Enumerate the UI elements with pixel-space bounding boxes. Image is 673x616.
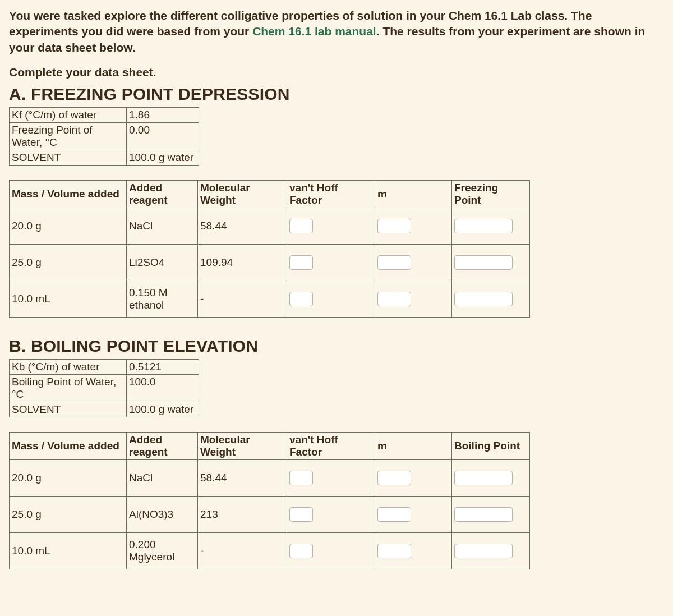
table-row: 20.0 g NaCl 58.44 [10,460,530,497]
col-result: Freezing Point [452,181,530,208]
section-b-title: B. BOILING POINT ELEVATION [9,337,664,356]
m-input[interactable] [377,544,411,558]
vhf-input[interactable] [289,255,313,270]
m-input[interactable] [377,219,411,233]
table-row: 25.0 g Li2SO4 109.94 [10,245,530,281]
lab-manual-link[interactable]: Chem 16.1 lab manual [252,25,376,38]
bp-water-value: 100.0 [127,375,199,402]
cell-mw: 213 [198,497,287,533]
result-input[interactable] [454,544,513,558]
cell-mw: 109.94 [198,245,287,281]
col-m: m [375,433,452,460]
col-mass: Mass / Volume added [10,181,127,208]
table-row: 20.0 g NaCl 58.44 [10,208,530,245]
table-header-row: Mass / Volume added Added reagent Molecu… [10,433,530,460]
col-mw: Molecular Weight [198,433,287,460]
m-input[interactable] [377,507,411,522]
m-input[interactable] [377,471,411,485]
kb-label: Kb (°C/m) of water [10,360,127,375]
col-mw: Molecular Weight [198,181,287,208]
col-reagent: Added reagent [127,181,198,208]
col-reagent: Added reagent [127,433,198,460]
table-row: 25.0 g Al(NO3)3 213 [10,497,530,533]
cell-mass: 25.0 g [10,497,127,533]
vhf-input[interactable] [289,471,313,485]
vhf-input[interactable] [289,507,313,522]
cell-mass: 10.0 mL [10,533,127,569]
section-a-info-table: Kf (°C/m) of water 1.86 Freezing Point o… [9,107,199,166]
table-row: 10.0 mL 0.150 M ethanol - [10,281,530,318]
solvent-a-value: 100.0 g water [127,150,199,166]
intro-paragraph: You were tasked explore the different co… [9,8,664,56]
solvent-b-value: 100.0 g water [127,402,199,417]
cell-mass: 20.0 g [10,208,127,245]
kb-value: 0.5121 [127,360,199,375]
result-input[interactable] [454,219,513,233]
vhf-input[interactable] [289,544,313,558]
cell-reagent: 0.150 M ethanol [127,281,198,318]
section-a-data-table: Mass / Volume added Added reagent Molecu… [9,180,530,318]
cell-reagent: Al(NO3)3 [127,497,198,533]
result-input[interactable] [454,292,513,306]
cell-reagent: Li2SO4 [127,245,198,281]
solvent-b-label: SOLVENT [10,402,127,417]
cell-mw: 58.44 [198,460,287,497]
cell-reagent: 0.200 Mglycerol [127,533,198,569]
table-row: 10.0 mL 0.200 Mglycerol - [10,533,530,569]
col-vhf: van't Hoff Factor [287,433,375,460]
table-header-row: Mass / Volume added Added reagent Molecu… [10,181,530,208]
col-mass: Mass / Volume added [10,433,127,460]
col-vhf: van't Hoff Factor [287,181,375,208]
cell-mass: 25.0 g [10,245,127,281]
complete-prompt: Complete your data sheet. [9,66,664,79]
solvent-a-label: SOLVENT [10,150,127,166]
result-input[interactable] [454,471,513,485]
m-input[interactable] [377,292,411,306]
cell-mw: 58.44 [198,208,287,245]
cell-mw: - [198,281,287,318]
col-m: m [375,181,452,208]
kf-label: Kf (°C/m) of water [10,108,127,123]
vhf-input[interactable] [289,219,313,233]
fp-water-value: 0.00 [127,123,199,150]
col-result: Boiling Point [452,433,530,460]
cell-reagent: NaCl [127,460,198,497]
cell-mass: 10.0 mL [10,281,127,318]
section-b-data-table: Mass / Volume added Added reagent Molecu… [9,432,530,569]
section-b-info-table: Kb (°C/m) of water 0.5121 Boiling Point … [9,359,199,417]
result-input[interactable] [454,507,513,522]
cell-reagent: NaCl [127,208,198,245]
m-input[interactable] [377,255,411,270]
cell-mass: 20.0 g [10,460,127,497]
kf-value: 1.86 [127,108,199,123]
section-a-title: A. FREEZING POINT DEPRESSION [9,85,664,104]
vhf-input[interactable] [289,292,313,306]
result-input[interactable] [454,255,513,270]
bp-water-label: Boiling Point of Water, °C [10,375,127,402]
fp-water-label: Freezing Point of Water, °C [10,123,127,150]
cell-mw: - [198,533,287,569]
